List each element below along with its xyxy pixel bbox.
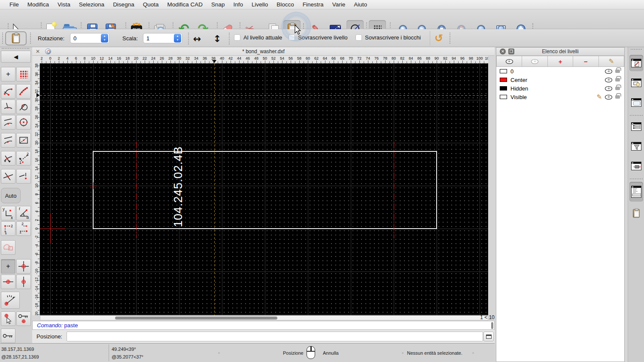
command-history[interactable]: Comando: paste xyxy=(32,321,495,330)
menu-vista[interactable]: Vista xyxy=(53,0,75,9)
snap-tangent-button[interactable] xyxy=(16,100,31,114)
layer-row-visible[interactable]: Visible✎ xyxy=(496,93,624,101)
command-scrollbar-thumb[interactable] xyxy=(491,322,493,329)
ruler-tick xyxy=(38,164,39,165)
snap-center-button[interactable] xyxy=(16,115,31,130)
layer-lock-toggle[interactable] xyxy=(615,78,620,81)
coord-cartesian-button[interactable]: y x xyxy=(1,206,15,220)
menu-file[interactable]: File xyxy=(5,0,23,9)
menu-blocco[interactable]: Blocco xyxy=(272,0,298,9)
menu-finestra[interactable]: Finestra xyxy=(298,0,328,9)
layer-visibility-toggle[interactable] xyxy=(605,69,612,74)
scale-stepper[interactable]: ▲▼ xyxy=(174,34,181,42)
dock-clipboard-button[interactable] xyxy=(629,205,643,221)
menu-snap[interactable]: Snap xyxy=(207,0,229,9)
restrict-horizontal-button[interactable] xyxy=(1,275,15,289)
layer-lock-toggle[interactable] xyxy=(615,87,620,90)
menu-modifica[interactable]: Modifica xyxy=(23,0,53,9)
ruler-tick xyxy=(67,60,68,63)
ruler-label: 22 xyxy=(34,130,39,138)
layer-visibility-toggle[interactable] xyxy=(605,86,612,91)
centerline-right[interactable] xyxy=(394,142,394,238)
menu-info[interactable]: Info xyxy=(229,0,248,9)
snap-auto-button[interactable]: Auto xyxy=(1,188,21,203)
snap-intersection-button[interactable] xyxy=(1,151,15,166)
checkbox-box[interactable] xyxy=(234,34,240,41)
snap-nearest-button[interactable] xyxy=(1,115,15,130)
position-input[interactable] xyxy=(67,332,483,341)
snap-cross-button[interactable] xyxy=(1,169,15,184)
menu-varie[interactable]: Varie xyxy=(328,0,350,9)
centerline-left[interactable] xyxy=(136,142,137,238)
menu-aiuto[interactable]: Aiuto xyxy=(349,0,371,9)
angle-measure-button[interactable] xyxy=(1,292,20,309)
checkbox-box[interactable] xyxy=(355,34,362,41)
drawn-rectangle[interactable] xyxy=(93,151,437,229)
layer-visibility-toggle[interactable] xyxy=(605,95,612,100)
ruler-tick xyxy=(295,61,295,63)
dock-selection-filter-button[interactable] xyxy=(629,138,643,154)
dock-command-trigger-button[interactable] xyxy=(629,158,643,174)
reset-rotation-button[interactable]: ↺ xyxy=(431,30,447,46)
edit-layer-button[interactable]: ✎ xyxy=(599,56,624,67)
drawing-canvas[interactable]: 104.245.02.4B xyxy=(40,63,488,315)
layer-row-center[interactable]: Center xyxy=(496,75,624,84)
menu-livello[interactable]: Livello xyxy=(247,0,272,9)
snap-grid-button[interactable] xyxy=(16,67,31,81)
restrict-both-button[interactable] xyxy=(16,259,31,274)
rotation-stepper[interactable]: ▲▼ xyxy=(101,34,108,42)
rotation-spinner[interactable]: 0 ▲▼ xyxy=(70,33,109,43)
layer-row-hidden[interactable]: Hidden xyxy=(496,84,624,93)
snap-free-button[interactable]: + xyxy=(1,67,15,81)
snap-perpendicular-button[interactable] xyxy=(1,100,15,114)
menu-quota[interactable]: Quota xyxy=(139,0,163,9)
checkbox-al-livello-attuale[interactable]: Al livello attuale xyxy=(234,34,282,41)
scale-spinner[interactable]: 1 ▲▼ xyxy=(143,33,182,43)
hide-all-layers-button[interactable] xyxy=(522,56,547,67)
coord-polar-button[interactable]: r a xyxy=(16,206,31,220)
coord-relative-button[interactable]: 1 2 xyxy=(1,221,15,236)
lock-position-button[interactable] xyxy=(1,329,15,343)
layer-row-0[interactable]: 0 xyxy=(496,67,624,75)
menu-disegna[interactable]: Disegna xyxy=(109,0,139,9)
flip-horizontal-button[interactable]: ↔ xyxy=(190,33,204,45)
horizontal-scrollbar[interactable] xyxy=(40,315,488,320)
snap-reference-button[interactable] xyxy=(16,133,31,148)
dock-command-line-button[interactable] xyxy=(629,182,643,202)
ruler-tick xyxy=(38,310,39,311)
add-layer-button[interactable]: + xyxy=(548,56,573,67)
flip-vertical-button[interactable]: ↕ xyxy=(210,33,225,45)
set-relative-zero-button[interactable] xyxy=(1,311,15,326)
palette-drag-handle[interactable] xyxy=(2,48,29,49)
layer-visibility-toggle[interactable] xyxy=(605,78,612,82)
lock-relative-zero-button[interactable] xyxy=(16,311,31,326)
menu-seleziona[interactable]: Seleziona xyxy=(75,0,109,9)
coord-relative-polar-button[interactable]: 1 2 xyxy=(16,221,31,236)
restrict-off-button[interactable]: + xyxy=(1,259,15,274)
scrollbar-thumb[interactable] xyxy=(115,317,277,320)
ruler-tick xyxy=(441,61,441,63)
remove-layer-button[interactable]: − xyxy=(573,56,598,67)
dock-property-editor-button[interactable] xyxy=(629,118,643,135)
layer-lock-toggle[interactable] xyxy=(615,69,620,73)
snap-middle-button[interactable] xyxy=(1,133,15,148)
layer-lock-toggle[interactable] xyxy=(615,95,620,99)
dock-drag-handle[interactable] xyxy=(631,49,642,50)
show-all-layers-button[interactable] xyxy=(496,56,522,67)
snap-intersection-manual-button[interactable]: 1 2 xyxy=(16,151,31,166)
restrict-vertical-button[interactable] xyxy=(16,275,31,289)
dock-block-list-button[interactable] xyxy=(629,75,643,91)
checkbox-sovrascrivere-i-blocchi[interactable]: Sovrascrivere i blocchi xyxy=(355,34,421,41)
snap-endpoints-button[interactable] xyxy=(1,84,15,99)
panel-dock-bar xyxy=(628,47,644,362)
snap-on-entity-button[interactable] xyxy=(16,84,31,99)
restrict-ortho-button[interactable] xyxy=(1,240,15,255)
snap-restrict-button[interactable] xyxy=(16,169,31,184)
ruler-tick xyxy=(467,61,467,63)
palette-back-button[interactable]: ◀ xyxy=(1,51,31,63)
drawing-annotation-text[interactable]: 104.245.02.4B xyxy=(172,146,185,227)
dock-layer-list-button[interactable] xyxy=(629,55,643,71)
menu-modifica-cad[interactable]: Modifica CAD xyxy=(163,0,207,9)
dock-library-browser-button[interactable] xyxy=(629,94,643,111)
command-panel-toggle-button[interactable] xyxy=(483,332,494,341)
